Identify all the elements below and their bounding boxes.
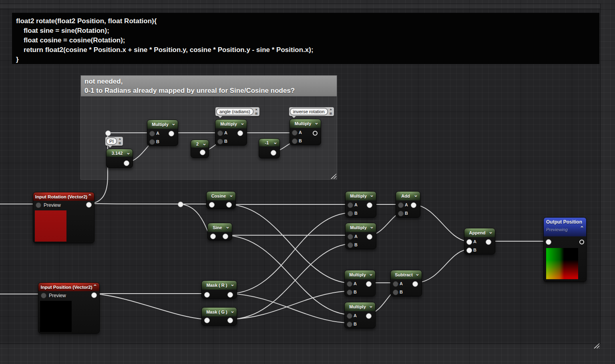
output-pin[interactable] bbox=[91, 292, 97, 298]
preview-pin[interactable] bbox=[41, 293, 46, 298]
input-pin[interactable] bbox=[204, 292, 210, 298]
output-pin[interactable] bbox=[411, 202, 416, 208]
chevron-down-icon[interactable]: ⌄ bbox=[369, 303, 373, 309]
node-header[interactable]: Sine⌄ bbox=[208, 223, 232, 232]
input-pin-a[interactable] bbox=[348, 202, 353, 208]
chevron-up-icon[interactable]: ⌃ bbox=[93, 284, 97, 290]
chevron-down-icon[interactable]: ⌄ bbox=[230, 281, 235, 287]
node-input-rotation[interactable]: Input Rotation (Vector2)⌃ Preview bbox=[33, 192, 94, 243]
chevron-up-icon[interactable]: ⌃ bbox=[88, 193, 92, 199]
output-pin[interactable] bbox=[227, 292, 233, 298]
input-pin-b[interactable] bbox=[398, 211, 404, 216]
chevron-down-icon[interactable]: ⌄ bbox=[370, 224, 374, 230]
input-pin-a[interactable] bbox=[149, 131, 155, 136]
output-pin[interactable] bbox=[200, 150, 205, 155]
preview-pin[interactable] bbox=[36, 202, 41, 208]
node-constant-two[interactable]: 2⌄ bbox=[191, 140, 209, 158]
input-pin-b[interactable] bbox=[149, 139, 155, 145]
node-multiply-cos-x[interactable]: Multiply⌄ A B bbox=[345, 191, 376, 218]
node-header[interactable]: Subtract⌄ bbox=[391, 270, 422, 279]
chevron-down-icon[interactable]: ⌄ bbox=[370, 192, 374, 198]
node-header[interactable]: Append⌄ bbox=[464, 228, 495, 237]
node-multiply-inverse[interactable]: Multiply⌄ A B bbox=[289, 119, 321, 145]
output-pin[interactable] bbox=[412, 281, 418, 287]
output-pin[interactable] bbox=[86, 202, 92, 208]
input-pin[interactable] bbox=[546, 239, 551, 245]
input-pin-a[interactable] bbox=[217, 130, 223, 136]
pin-icon[interactable]: ⚑▦ bbox=[254, 108, 259, 115]
output-pin[interactable] bbox=[169, 131, 174, 136]
node-constant-pi[interactable]: 3.142⌄ bbox=[106, 149, 133, 168]
chevron-up-icon[interactable]: ⌃ bbox=[580, 225, 584, 231]
input-pin-b[interactable] bbox=[348, 211, 353, 216]
input-pin[interactable] bbox=[210, 234, 216, 239]
chevron-down-icon[interactable]: ⌄ bbox=[230, 308, 235, 314]
output-pin[interactable] bbox=[313, 131, 318, 136]
input-pin-a[interactable] bbox=[348, 234, 353, 240]
node-header[interactable]: Mask ( G )⌄ bbox=[202, 308, 237, 316]
chevron-down-icon[interactable]: ⌄ bbox=[171, 120, 176, 126]
node-header[interactable]: 3.142⌄ bbox=[107, 149, 133, 157]
node-cosine[interactable]: Cosine⌄ bbox=[206, 191, 236, 209]
output-pin[interactable] bbox=[226, 202, 232, 208]
output-pin[interactable] bbox=[237, 130, 243, 136]
input-pin-a[interactable] bbox=[393, 281, 398, 287]
chevron-down-icon[interactable]: ⌄ bbox=[414, 192, 418, 198]
node-header[interactable]: Output Position Previewing ⌃ bbox=[544, 218, 586, 236]
material-graph-canvas[interactable]: float2 rotate(float2 Position, float Rot… bbox=[0, 0, 615, 364]
chevron-down-icon[interactable]: ⌄ bbox=[126, 150, 131, 156]
node-header[interactable]: Multiply⌄ bbox=[346, 192, 376, 200]
output-pin[interactable] bbox=[124, 160, 129, 166]
node-multiply-cos-y[interactable]: Multiply⌄ A B bbox=[344, 270, 376, 296]
node-output-position[interactable]: Output Position Previewing ⌃ bbox=[543, 217, 587, 282]
node-add[interactable]: Add⌄ A B bbox=[396, 191, 420, 218]
output-pin[interactable] bbox=[366, 281, 372, 287]
output-pin[interactable] bbox=[227, 318, 233, 323]
node-input-position[interactable]: Input Position (Vector2)⌃ Preview bbox=[38, 282, 100, 334]
node-header[interactable]: Cosine⌄ bbox=[207, 192, 235, 200]
input-pin[interactable] bbox=[204, 318, 210, 323]
node-multiply-sin-x[interactable]: Multiply⌄ A B bbox=[344, 302, 376, 328]
pin-icon[interactable]: ⚑▦ bbox=[118, 138, 122, 145]
chevron-down-icon[interactable]: ⌄ bbox=[225, 224, 230, 230]
output-pin[interactable] bbox=[366, 313, 372, 319]
named-reroute-angle[interactable]: angle (radians) ⚑▦ bbox=[215, 107, 259, 116]
node-header[interactable]: 2⌄ bbox=[191, 140, 209, 148]
input-pin-a[interactable] bbox=[466, 239, 472, 245]
reroute-node-pi[interactable] bbox=[105, 130, 111, 136]
node-header[interactable]: Multiply⌄ bbox=[147, 120, 178, 129]
input-pin-b[interactable] bbox=[292, 138, 297, 144]
node-header[interactable]: Multiply⌄ bbox=[345, 270, 375, 279]
node-header[interactable]: Input Rotation (Vector2)⌃ bbox=[33, 192, 94, 201]
node-constant-minus-one[interactable]: -1⌄ bbox=[259, 138, 280, 158]
chevron-down-icon[interactable]: ⌄ bbox=[369, 271, 373, 277]
chevron-down-icon[interactable]: ⌄ bbox=[229, 192, 233, 198]
node-header[interactable]: Add⌄ bbox=[396, 192, 420, 200]
node-header[interactable]: Multiply⌄ bbox=[345, 302, 375, 311]
chevron-down-icon[interactable]: ⌄ bbox=[488, 229, 493, 235]
input-pin-b[interactable] bbox=[348, 242, 353, 248]
node-multiply-sin-y[interactable]: Multiply⌄ A B bbox=[345, 223, 376, 249]
node-subtract[interactable]: Subtract⌄ A B bbox=[390, 270, 422, 296]
chevron-down-icon[interactable]: ⌄ bbox=[415, 271, 420, 277]
chevron-down-icon[interactable]: ⌄ bbox=[202, 140, 207, 146]
output-pin[interactable] bbox=[579, 240, 584, 244]
node-header[interactable]: Input Position (Vector2)⌃ bbox=[38, 283, 99, 291]
input-pin-b[interactable] bbox=[217, 139, 223, 144]
node-header[interactable]: Multiply⌄ bbox=[215, 120, 247, 128]
input-pin-b[interactable] bbox=[393, 290, 398, 295]
named-reroute-pi[interactable]: PI ⚑▦ bbox=[105, 137, 123, 146]
node-header[interactable]: Mask ( R )⌄ bbox=[202, 281, 237, 290]
input-pin-b[interactable] bbox=[347, 290, 352, 295]
node-sine[interactable]: Sine⌄ bbox=[207, 223, 232, 240]
chevron-down-icon[interactable]: ⌄ bbox=[240, 120, 245, 126]
named-reroute-inverse[interactable]: inverse rotation ⚑▦ bbox=[289, 107, 334, 116]
chevron-down-icon[interactable]: ⌄ bbox=[273, 139, 277, 145]
node-multiply-pi[interactable]: Multiply⌄ A B bbox=[147, 120, 178, 146]
input-pin[interactable] bbox=[209, 202, 215, 208]
input-pin-a[interactable] bbox=[398, 202, 404, 208]
node-header[interactable]: -1⌄ bbox=[259, 139, 279, 146]
node-append[interactable]: Append⌄ A B bbox=[464, 228, 495, 254]
output-pin[interactable] bbox=[367, 234, 372, 240]
node-mask-r[interactable]: Mask ( R )⌄ bbox=[201, 280, 237, 299]
